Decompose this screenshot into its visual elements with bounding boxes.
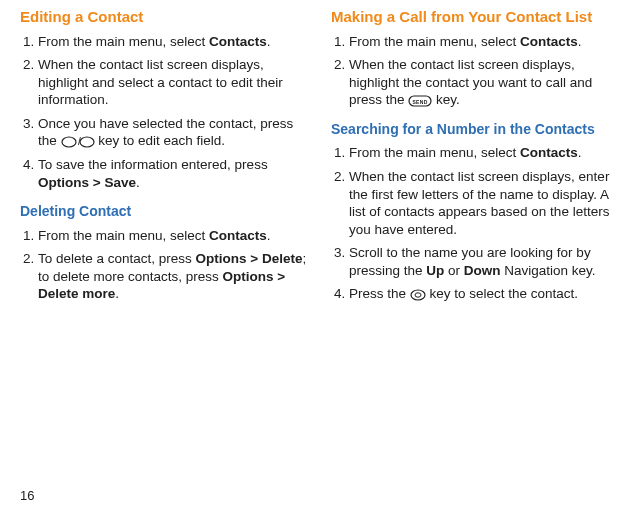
- svg-text:SEND: SEND: [413, 98, 428, 104]
- heading-deleting-contact: Deleting Contact: [20, 203, 307, 221]
- manual-page: Editing a Contact From the main menu, se…: [0, 0, 638, 515]
- step: Once you have selected the contact, pres…: [38, 115, 307, 150]
- page-number: 16: [20, 488, 34, 503]
- heading-editing-contact: Editing a Contact: [20, 8, 307, 27]
- svg-point-5: [411, 290, 425, 300]
- step-text: key.: [432, 92, 460, 107]
- step: When the contact list screen displays, h…: [349, 56, 618, 109]
- step-text: Press the: [349, 286, 410, 301]
- right-column: Making a Call from Your Contact List Fro…: [331, 8, 618, 311]
- heading-searching-number: Searching for a Number in the Contacts: [331, 121, 618, 139]
- step-text: When the contact list screen displays, h…: [38, 57, 283, 107]
- step: Scroll to the name you are looking for b…: [349, 244, 618, 279]
- svg-point-0: [62, 137, 76, 147]
- svg-point-2: [80, 137, 94, 147]
- bold-text: Down: [464, 263, 501, 278]
- bold-text: Up: [426, 263, 444, 278]
- step-text: Navigation key.: [501, 263, 596, 278]
- step-text: .: [136, 175, 140, 190]
- step-text: .: [267, 34, 271, 49]
- bold-text: Options > Delete: [196, 251, 303, 266]
- step-text: or: [444, 263, 464, 278]
- bold-text: Contacts: [520, 145, 578, 160]
- step: From the main menu, select Contacts.: [349, 144, 618, 162]
- steps-deleting-contact: From the main menu, select Contacts. To …: [20, 227, 307, 303]
- steps-making-call: From the main menu, select Contacts. Whe…: [331, 33, 618, 109]
- steps-searching-number: From the main menu, select Contacts. Whe…: [331, 144, 618, 302]
- step-text: .: [578, 145, 582, 160]
- bold-text: Contacts: [209, 228, 267, 243]
- two-column-layout: Editing a Contact From the main menu, se…: [20, 8, 618, 311]
- step: From the main menu, select Contacts.: [349, 33, 618, 51]
- step-text: To save the information entered, press: [38, 157, 268, 172]
- step-text: When the contact list screen displays, e…: [349, 169, 609, 237]
- step-text: .: [578, 34, 582, 49]
- step-text: .: [267, 228, 271, 243]
- step-text: key to edit each field.: [95, 133, 226, 148]
- step-text: To delete a contact, press: [38, 251, 196, 266]
- ok-key-icon: [410, 289, 426, 301]
- step-text: key to select the contact.: [426, 286, 578, 301]
- send-key-icon: SEND: [408, 95, 432, 107]
- step: From the main menu, select Contacts.: [38, 33, 307, 51]
- step: When the contact list screen displays, e…: [349, 168, 618, 238]
- step: When the contact list screen displays, h…: [38, 56, 307, 109]
- bold-text: Contacts: [520, 34, 578, 49]
- step: From the main menu, select Contacts.: [38, 227, 307, 245]
- step: To save the information entered, press O…: [38, 156, 307, 191]
- bold-text: Options > Save: [38, 175, 136, 190]
- step: To delete a contact, press Options > Del…: [38, 250, 307, 303]
- svg-point-6: [415, 293, 421, 297]
- nav-key-icon: /: [61, 136, 95, 148]
- step-text: From the main menu, select: [349, 145, 520, 160]
- step-text: From the main menu, select: [38, 228, 209, 243]
- heading-making-call: Making a Call from Your Contact List: [331, 8, 618, 27]
- step: Press the key to select the contact.: [349, 285, 618, 303]
- steps-editing-contact: From the main menu, select Contacts. Whe…: [20, 33, 307, 191]
- step-text: .: [115, 286, 119, 301]
- step-text: When the contact list screen displays, h…: [349, 57, 592, 107]
- bold-text: Contacts: [209, 34, 267, 49]
- step-text: From the main menu, select: [38, 34, 209, 49]
- left-column: Editing a Contact From the main menu, se…: [20, 8, 307, 311]
- step-text: From the main menu, select: [349, 34, 520, 49]
